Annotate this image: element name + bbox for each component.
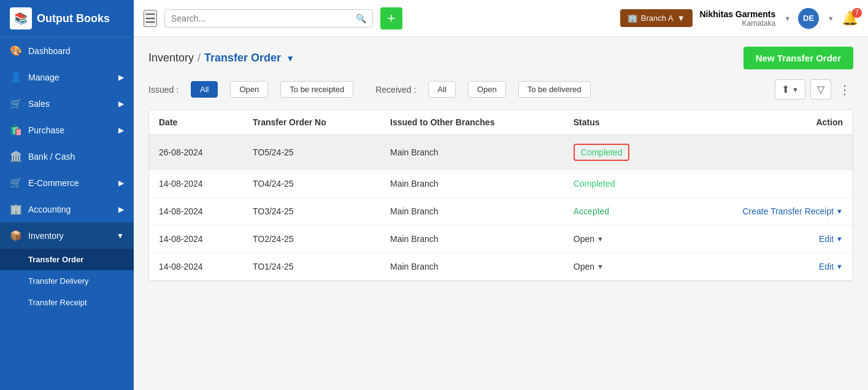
table-row: 14-08-2024 TO4/24-25 Main Branch Complet… bbox=[149, 170, 853, 198]
sub-item-label: Transfer Receipt bbox=[28, 298, 87, 307]
sub-item-label: Transfer Delivery bbox=[28, 276, 88, 286]
sidebar-sub-item-transfer-receipt[interactable]: Transfer Receipt bbox=[0, 292, 134, 313]
cell-date: 14-08-2024 bbox=[149, 225, 243, 253]
sidebar-item-label: Dashboard bbox=[28, 46, 71, 56]
status-open: Open ▼ bbox=[574, 234, 666, 244]
avatar-dropdown-arrow[interactable]: ▼ bbox=[828, 15, 834, 22]
action-label: Create Transfer Receipt bbox=[742, 206, 834, 216]
cell-action: Edit ▼ bbox=[675, 253, 853, 281]
cell-order-no: TO3/24-25 bbox=[243, 198, 380, 225]
breadcrumb-separator: / bbox=[198, 52, 201, 64]
chevron-down-icon: ▼ bbox=[117, 232, 124, 240]
sidebar-item-sales[interactable]: 🛒 Sales ▶ bbox=[0, 90, 134, 117]
sidebar-item-label: Sales bbox=[28, 99, 50, 109]
manage-icon: 👤 bbox=[10, 71, 22, 83]
sidebar-sub-item-transfer-delivery[interactable]: Transfer Delivery bbox=[0, 270, 134, 292]
main-content: ☰ 🔍 + 🏢 Branch A ▼ Nikhitas Garments Kar… bbox=[134, 0, 868, 390]
purchase-icon: 🛍️ bbox=[10, 124, 22, 136]
breadcrumb-dropdown-icon[interactable]: ▼ bbox=[286, 53, 294, 63]
edit-button[interactable]: Edit ▼ bbox=[819, 234, 843, 244]
sidebar-item-ecommerce[interactable]: 🛒 E-Commerce ▶ bbox=[0, 170, 134, 196]
inventory-icon: 📦 bbox=[10, 230, 22, 241]
logo-icon: 📚 bbox=[10, 7, 32, 29]
sidebar-sub-item-transfer-order[interactable]: Transfer Order bbox=[0, 249, 134, 270]
cell-action bbox=[675, 170, 853, 198]
more-options-button[interactable]: ⋮ bbox=[836, 80, 853, 99]
transfer-order-table: Date Transfer Order No Issued to Other B… bbox=[148, 109, 853, 281]
export-icon: ⬆ bbox=[782, 84, 789, 95]
chevron-down-icon: ▼ bbox=[677, 14, 685, 23]
sidebar-item-label: E-Commerce bbox=[28, 178, 79, 188]
chevron-down-icon: ▼ bbox=[836, 235, 843, 243]
table-row: 14-08-2024 TO2/24-25 Main Branch Open ▼ … bbox=[149, 225, 853, 253]
branch-button[interactable]: 🏢 Branch A ▼ bbox=[620, 9, 693, 27]
add-button[interactable]: + bbox=[380, 7, 402, 29]
issued-label: Issued : bbox=[148, 85, 179, 95]
chevron-down-icon: ▼ bbox=[836, 208, 843, 215]
user-dropdown-arrow[interactable]: ▼ bbox=[784, 15, 791, 22]
status-completed: Completed bbox=[574, 179, 615, 189]
cell-issued-to: Main Branch bbox=[380, 135, 564, 170]
avatar[interactable]: DE bbox=[798, 8, 819, 29]
filter-actions: ⬆ ▼ ▽ ⋮ bbox=[775, 79, 853, 99]
chevron-down-icon: ▼ bbox=[836, 263, 843, 270]
cell-status: Completed bbox=[564, 170, 676, 198]
user-subtitle: Karnataka bbox=[700, 19, 776, 28]
sidebar-item-purchase[interactable]: 🛍️ Purchase ▶ bbox=[0, 117, 134, 143]
filter-button[interactable]: ▽ bbox=[810, 79, 831, 99]
new-transfer-order-button[interactable]: New Transfer Order bbox=[743, 47, 853, 69]
cell-status: Open ▼ bbox=[564, 225, 676, 253]
create-transfer-receipt-button[interactable]: Create Transfer Receipt ▼ bbox=[742, 206, 843, 216]
cell-issued-to: Main Branch bbox=[380, 198, 564, 225]
search-box: 🔍 bbox=[164, 9, 373, 28]
sidebar-item-bank-cash[interactable]: 🏛️ Bank / Cash bbox=[0, 143, 134, 170]
issued-to-be-receipted-button[interactable]: To be receipted bbox=[280, 81, 353, 98]
received-to-be-delivered-button[interactable]: To be delivered bbox=[518, 81, 591, 98]
search-input[interactable] bbox=[171, 14, 356, 23]
issued-all-button[interactable]: All bbox=[191, 81, 218, 98]
cell-action: Create Transfer Receipt ▼ bbox=[675, 198, 853, 225]
cell-issued-to: Main Branch bbox=[380, 170, 564, 198]
received-all-button[interactable]: All bbox=[428, 81, 455, 98]
col-order-no: Transfer Order No bbox=[243, 110, 380, 135]
col-status: Status bbox=[564, 110, 676, 135]
bank-icon: 🏛️ bbox=[10, 150, 22, 162]
sales-icon: 🛒 bbox=[10, 98, 22, 109]
cell-action bbox=[675, 135, 853, 170]
sidebar-item-accounting[interactable]: 🏢 Accounting ▶ bbox=[0, 196, 134, 222]
sidebar-item-label: Bank / Cash bbox=[28, 152, 75, 162]
cell-status: Open ▼ bbox=[564, 253, 676, 281]
dashboard-icon: 🎨 bbox=[10, 45, 22, 57]
received-label: Received : bbox=[375, 85, 416, 95]
breadcrumb-current: Transfer Order bbox=[204, 52, 281, 64]
status-dropdown-icon[interactable]: ▼ bbox=[597, 235, 604, 243]
export-button[interactable]: ⬆ ▼ bbox=[775, 79, 805, 99]
notification-button[interactable]: 🔔 7 bbox=[842, 10, 858, 26]
sidebar-item-dashboard[interactable]: 🎨 Dashboard bbox=[0, 37, 134, 64]
export-dropdown-icon: ▼ bbox=[792, 86, 799, 93]
branch-label: Branch A bbox=[641, 14, 674, 23]
sidebar-logo: 📚 Output Books bbox=[0, 0, 134, 37]
cell-order-no: TO2/24-25 bbox=[243, 225, 380, 253]
col-issued-to: Issued to Other Branches bbox=[380, 110, 564, 135]
received-open-button[interactable]: Open bbox=[468, 81, 506, 98]
sidebar-item-manage[interactable]: 👤 Manage ▶ bbox=[0, 64, 134, 90]
topbar-right: 🏢 Branch A ▼ Nikhitas Garments Karnataka… bbox=[620, 8, 858, 29]
status-dropdown-icon[interactable]: ▼ bbox=[597, 263, 604, 270]
edit-button[interactable]: Edit ▼ bbox=[819, 262, 843, 271]
user-info: Nikhitas Garments Karnataka bbox=[700, 9, 776, 28]
filter-bar: Issued : All Open To be receipted Receiv… bbox=[148, 79, 853, 99]
filter-icon: ▽ bbox=[817, 84, 824, 95]
search-icon: 🔍 bbox=[356, 14, 366, 23]
cell-status: Accepted bbox=[564, 198, 676, 225]
issued-open-button[interactable]: Open bbox=[230, 81, 268, 98]
chevron-right-icon: ▶ bbox=[118, 126, 124, 135]
col-action: Action bbox=[675, 110, 853, 135]
hamburger-button[interactable]: ☰ bbox=[144, 10, 157, 27]
page-content: Inventory / Transfer Order ▼ New Transfe… bbox=[134, 37, 868, 390]
sidebar-item-inventory[interactable]: 📦 Inventory ▼ bbox=[0, 222, 134, 249]
sidebar-item-label: Purchase bbox=[28, 125, 64, 135]
chevron-right-icon: ▶ bbox=[118, 179, 124, 187]
status-open: Open ▼ bbox=[574, 262, 666, 271]
logo-text: Output Books bbox=[37, 12, 110, 25]
